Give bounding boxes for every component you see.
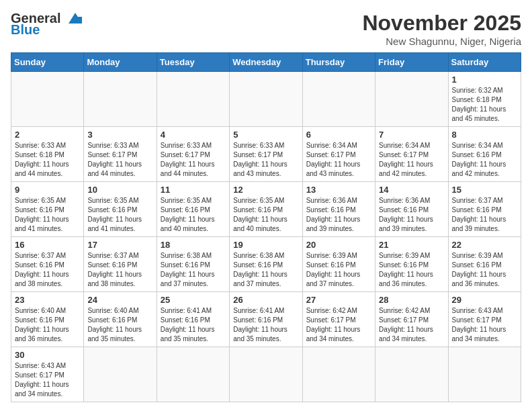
day-number: 19	[233, 240, 298, 250]
day-number: 5	[233, 130, 298, 140]
logo: General Blue	[11, 11, 87, 38]
day-number: 27	[306, 295, 371, 305]
calendar-cell	[448, 347, 521, 402]
location-subtitle: New Shagunnu, Niger, Nigeria	[362, 36, 521, 47]
day-info: Sunrise: 6:35 AM Sunset: 6:16 PM Dayligh…	[161, 196, 226, 234]
calendar-week-row: 9Sunrise: 6:35 AM Sunset: 6:16 PM Daylig…	[11, 182, 521, 237]
day-info: Sunrise: 6:40 AM Sunset: 6:16 PM Dayligh…	[15, 306, 80, 344]
day-info: Sunrise: 6:33 AM Sunset: 6:17 PM Dayligh…	[87, 141, 152, 179]
day-number: 6	[306, 130, 371, 140]
day-info: Sunrise: 6:40 AM Sunset: 6:16 PM Dayligh…	[87, 306, 152, 344]
day-info: Sunrise: 6:38 AM Sunset: 6:16 PM Dayligh…	[233, 251, 298, 289]
day-number: 25	[161, 295, 226, 305]
calendar-cell: 18Sunrise: 6:38 AM Sunset: 6:16 PM Dayli…	[157, 237, 229, 292]
day-number: 4	[161, 130, 226, 140]
calendar-cell	[375, 347, 448, 402]
calendar-cell: 15Sunrise: 6:37 AM Sunset: 6:16 PM Dayli…	[448, 182, 521, 237]
day-info: Sunrise: 6:38 AM Sunset: 6:16 PM Dayligh…	[161, 251, 226, 289]
calendar-cell: 11Sunrise: 6:35 AM Sunset: 6:16 PM Dayli…	[157, 182, 229, 237]
calendar-week-row: 1Sunrise: 6:32 AM Sunset: 6:18 PM Daylig…	[11, 72, 521, 127]
header-saturday: Saturday	[448, 53, 521, 72]
day-info: Sunrise: 6:39 AM Sunset: 6:16 PM Dayligh…	[452, 251, 517, 289]
day-number: 23	[15, 295, 80, 305]
header-tuesday: Tuesday	[157, 53, 229, 72]
calendar-cell	[157, 72, 229, 127]
day-number: 21	[379, 240, 444, 250]
calendar-week-row: 16Sunrise: 6:37 AM Sunset: 6:16 PM Dayli…	[11, 237, 521, 292]
day-number: 18	[161, 240, 226, 250]
day-info: Sunrise: 6:33 AM Sunset: 6:18 PM Dayligh…	[15, 141, 80, 179]
day-number: 3	[87, 130, 152, 140]
calendar-cell: 16Sunrise: 6:37 AM Sunset: 6:16 PM Dayli…	[11, 237, 84, 292]
day-info: Sunrise: 6:37 AM Sunset: 6:16 PM Dayligh…	[452, 196, 517, 234]
day-number: 13	[306, 185, 371, 195]
day-info: Sunrise: 6:39 AM Sunset: 6:16 PM Dayligh…	[379, 251, 444, 289]
calendar-cell: 3Sunrise: 6:33 AM Sunset: 6:17 PM Daylig…	[84, 127, 157, 182]
calendar-table: Sunday Monday Tuesday Wednesday Thursday…	[11, 52, 521, 402]
calendar-header-row: Sunday Monday Tuesday Wednesday Thursday…	[11, 53, 521, 72]
calendar-cell: 10Sunrise: 6:35 AM Sunset: 6:16 PM Dayli…	[84, 182, 157, 237]
calendar-cell: 8Sunrise: 6:34 AM Sunset: 6:16 PM Daylig…	[448, 127, 521, 182]
calendar-cell: 21Sunrise: 6:39 AM Sunset: 6:16 PM Dayli…	[375, 237, 448, 292]
day-info: Sunrise: 6:35 AM Sunset: 6:16 PM Dayligh…	[15, 196, 80, 234]
day-number: 10	[87, 185, 152, 195]
header-friday: Friday	[375, 53, 448, 72]
day-number: 7	[379, 130, 444, 140]
header-thursday: Thursday	[302, 53, 375, 72]
calendar-cell: 2Sunrise: 6:33 AM Sunset: 6:18 PM Daylig…	[11, 127, 84, 182]
calendar-cell: 1Sunrise: 6:32 AM Sunset: 6:18 PM Daylig…	[448, 72, 521, 127]
calendar-week-row: 30Sunrise: 6:43 AM Sunset: 6:17 PM Dayli…	[11, 347, 521, 402]
calendar-cell	[302, 347, 375, 402]
calendar-cell: 30Sunrise: 6:43 AM Sunset: 6:17 PM Dayli…	[11, 347, 84, 402]
header-wednesday: Wednesday	[230, 53, 302, 72]
day-number: 22	[452, 240, 517, 250]
day-number: 24	[87, 295, 152, 305]
day-info: Sunrise: 6:36 AM Sunset: 6:16 PM Dayligh…	[306, 196, 371, 234]
day-number: 12	[233, 185, 298, 195]
page-header: General Blue November 2025 New Shagunnu,…	[11, 11, 521, 47]
day-info: Sunrise: 6:41 AM Sunset: 6:16 PM Dayligh…	[233, 306, 298, 344]
calendar-cell: 5Sunrise: 6:33 AM Sunset: 6:17 PM Daylig…	[230, 127, 302, 182]
day-info: Sunrise: 6:33 AM Sunset: 6:17 PM Dayligh…	[161, 141, 226, 179]
calendar-cell: 12Sunrise: 6:35 AM Sunset: 6:16 PM Dayli…	[230, 182, 302, 237]
calendar-cell: 19Sunrise: 6:38 AM Sunset: 6:16 PM Dayli…	[230, 237, 302, 292]
day-info: Sunrise: 6:34 AM Sunset: 6:17 PM Dayligh…	[306, 141, 371, 179]
day-info: Sunrise: 6:32 AM Sunset: 6:18 PM Dayligh…	[452, 86, 517, 124]
month-year-title: November 2025	[362, 11, 521, 36]
day-number: 14	[379, 185, 444, 195]
calendar-cell	[11, 72, 84, 127]
day-info: Sunrise: 6:34 AM Sunset: 6:16 PM Dayligh…	[452, 141, 517, 179]
calendar-cell: 13Sunrise: 6:36 AM Sunset: 6:16 PM Dayli…	[302, 182, 375, 237]
day-info: Sunrise: 6:35 AM Sunset: 6:16 PM Dayligh…	[87, 196, 152, 234]
svg-rect-1	[74, 17, 82, 24]
calendar-cell: 9Sunrise: 6:35 AM Sunset: 6:16 PM Daylig…	[11, 182, 84, 237]
day-number: 9	[15, 185, 80, 195]
day-number: 2	[15, 130, 80, 140]
day-info: Sunrise: 6:42 AM Sunset: 6:17 PM Dayligh…	[306, 306, 371, 344]
day-info: Sunrise: 6:43 AM Sunset: 6:17 PM Dayligh…	[452, 306, 517, 344]
calendar-cell: 17Sunrise: 6:37 AM Sunset: 6:16 PM Dayli…	[84, 237, 157, 292]
day-number: 30	[15, 350, 80, 360]
day-info: Sunrise: 6:39 AM Sunset: 6:16 PM Dayligh…	[306, 251, 371, 289]
calendar-cell: 24Sunrise: 6:40 AM Sunset: 6:16 PM Dayli…	[84, 292, 157, 347]
calendar-cell: 20Sunrise: 6:39 AM Sunset: 6:16 PM Dayli…	[302, 237, 375, 292]
day-number: 17	[87, 240, 152, 250]
calendar-cell	[84, 347, 157, 402]
calendar-cell	[84, 72, 157, 127]
calendar-cell	[230, 347, 302, 402]
day-number: 8	[452, 130, 517, 140]
day-number: 11	[161, 185, 226, 195]
calendar-cell	[375, 72, 448, 127]
day-info: Sunrise: 6:35 AM Sunset: 6:16 PM Dayligh…	[233, 196, 298, 234]
calendar-cell	[157, 347, 229, 402]
calendar-week-row: 23Sunrise: 6:40 AM Sunset: 6:16 PM Dayli…	[11, 292, 521, 347]
title-area: November 2025 New Shagunnu, Niger, Niger…	[362, 11, 521, 47]
calendar-week-row: 2Sunrise: 6:33 AM Sunset: 6:18 PM Daylig…	[11, 127, 521, 182]
day-number: 1	[452, 75, 517, 85]
header-sunday: Sunday	[11, 53, 84, 72]
calendar-cell: 14Sunrise: 6:36 AM Sunset: 6:16 PM Dayli…	[375, 182, 448, 237]
day-number: 26	[233, 295, 298, 305]
calendar-cell: 26Sunrise: 6:41 AM Sunset: 6:16 PM Dayli…	[230, 292, 302, 347]
day-info: Sunrise: 6:36 AM Sunset: 6:16 PM Dayligh…	[379, 196, 444, 234]
day-number: 29	[452, 295, 517, 305]
